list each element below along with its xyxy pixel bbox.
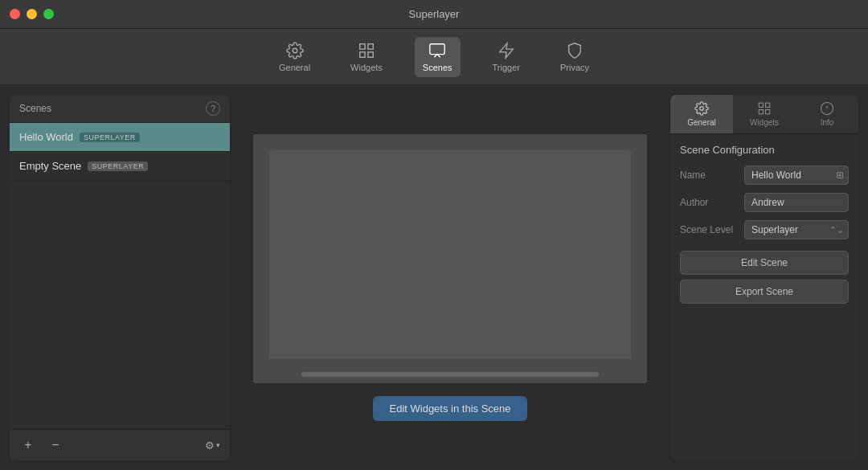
- scene-badge-empty-scene: Superlayer: [88, 161, 148, 171]
- right-panel-tabs: General Widgets Info: [670, 95, 858, 134]
- right-panel-content: Scene Configuration Name ⊞ Author Scene …: [670, 134, 858, 460]
- svg-rect-8: [759, 103, 763, 107]
- scene-item-hello-world[interactable]: Hello World Superlayer: [10, 123, 230, 152]
- tab-widgets[interactable]: Widgets: [733, 95, 796, 133]
- toolbar-scenes-label: Scenes: [423, 63, 452, 72]
- sidebar-footer-actions: + −: [19, 436, 64, 454]
- name-input-icon: ⊞: [836, 170, 844, 181]
- name-row: Name ⊞: [680, 166, 849, 185]
- svg-point-7: [700, 107, 704, 111]
- tab-widgets-icon: [757, 101, 772, 116]
- help-button[interactable]: ?: [206, 101, 220, 116]
- svg-point-0: [293, 48, 297, 53]
- svg-rect-2: [368, 43, 373, 48]
- tab-widgets-label: Widgets: [750, 118, 779, 127]
- toolbar-privacy-label: Privacy: [560, 63, 589, 72]
- svg-rect-11: [766, 110, 770, 114]
- maximize-button[interactable]: [43, 9, 54, 19]
- tab-general-icon: [694, 101, 709, 116]
- scene-badge-hello-world: Superlayer: [80, 133, 140, 142]
- author-row: Author: [680, 193, 849, 212]
- window-controls: [10, 9, 54, 19]
- edit-widgets-button[interactable]: Edit Widgets in this Scene: [373, 396, 526, 421]
- main-content: Scenes ? Hello World Superlayer Empty Sc…: [0, 85, 868, 470]
- tab-general-label: General: [687, 118, 716, 127]
- close-button[interactable]: [10, 9, 20, 19]
- scenes-sidebar: Scenes ? Hello World Superlayer Empty Sc…: [10, 95, 231, 460]
- scene-level-select[interactable]: Superlayer Normal Background: [744, 220, 849, 239]
- tab-info[interactable]: Info: [796, 95, 858, 133]
- svg-rect-4: [368, 51, 373, 56]
- tab-info-label: Info: [821, 118, 834, 127]
- svg-rect-5: [430, 43, 444, 54]
- scene-canvas: [253, 134, 647, 383]
- author-label: Author: [680, 197, 744, 208]
- svg-rect-3: [360, 51, 365, 56]
- scene-list: Hello World Superlayer Empty Scene Super…: [10, 123, 230, 429]
- toolbar-widgets-label: Widgets: [350, 63, 383, 72]
- widgets-icon: [358, 42, 375, 59]
- svg-rect-10: [759, 110, 763, 114]
- canvas-scrollbar[interactable]: [301, 372, 599, 377]
- svg-rect-1: [360, 43, 365, 48]
- scene-config-title: Scene Configuration: [680, 144, 849, 156]
- sidebar-header-label: Scenes: [19, 103, 51, 114]
- preview-area: Edit Widgets in this Scene: [231, 85, 669, 470]
- sidebar-header: Scenes ?: [10, 95, 230, 123]
- toolbar-general-label: General: [279, 63, 310, 72]
- toolbar-trigger-label: Trigger: [493, 63, 520, 72]
- tab-general[interactable]: General: [670, 95, 733, 133]
- trigger-icon: [497, 42, 515, 59]
- right-panel: General Widgets Info: [669, 95, 858, 460]
- name-input-wrapper: ⊞: [744, 166, 849, 185]
- export-scene-button[interactable]: Export Scene: [680, 280, 849, 304]
- name-input[interactable]: [744, 166, 849, 185]
- tab-info-icon: [820, 101, 834, 116]
- scene-level-select-wrapper: Superlayer Normal Background ⌃⌄: [744, 220, 849, 239]
- author-input-wrapper: [744, 193, 849, 212]
- toolbar-item-general[interactable]: General: [271, 37, 318, 77]
- name-label: Name: [680, 170, 744, 181]
- titlebar: Superlayer: [0, 0, 868, 29]
- scene-level-row: Scene Level Superlayer Normal Background…: [680, 220, 849, 239]
- minimize-button[interactable]: [27, 9, 37, 19]
- scene-item-empty-scene[interactable]: Empty Scene Superlayer: [10, 152, 230, 181]
- sidebar-footer: + − ⚙ ▾: [10, 429, 230, 460]
- privacy-icon: [566, 42, 583, 59]
- gear-chevron-icon: ▾: [216, 441, 220, 449]
- toolbar-item-trigger[interactable]: Trigger: [485, 37, 528, 77]
- main-toolbar: General Widgets Scenes Trigger Privacy: [0, 29, 868, 85]
- app-title: Superlayer: [409, 8, 460, 20]
- gear-icon: ⚙: [205, 439, 215, 452]
- canvas-inner: [269, 150, 631, 359]
- author-input[interactable]: [744, 193, 849, 212]
- edit-scene-button[interactable]: Edit Scene: [680, 251, 849, 275]
- scene-level-label: Scene Level: [680, 224, 744, 235]
- toolbar-item-scenes[interactable]: Scenes: [415, 37, 461, 77]
- settings-button[interactable]: ⚙ ▾: [205, 439, 220, 452]
- scenes-icon: [428, 42, 446, 59]
- scene-name-hello-world: Hello World: [19, 131, 73, 143]
- svg-marker-6: [500, 43, 514, 57]
- general-icon: [286, 42, 304, 59]
- toolbar-item-privacy[interactable]: Privacy: [552, 37, 597, 77]
- scene-name-empty-scene: Empty Scene: [19, 160, 81, 172]
- add-scene-button[interactable]: +: [19, 436, 37, 454]
- remove-scene-button[interactable]: −: [47, 436, 64, 454]
- svg-rect-9: [766, 103, 770, 107]
- toolbar-item-widgets[interactable]: Widgets: [342, 37, 391, 77]
